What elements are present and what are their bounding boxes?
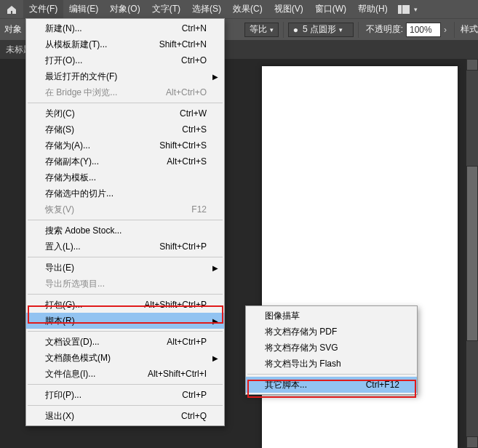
vertical-scrollbar[interactable] <box>466 59 478 448</box>
file-menu-item[interactable]: 打印(P)...Ctrl+P <box>26 387 224 403</box>
menu-item-label: 打印(P)... <box>45 389 81 401</box>
menu-item-label: 搜索 Adobe Stock... <box>45 225 122 237</box>
menu-shortcut: Ctrl+W <box>180 108 207 119</box>
file-menu-item: 在 Bridge 中浏览...Alt+Ctrl+O <box>26 84 224 100</box>
file-menu-item[interactable]: 搜索 Adobe Stock... <box>26 223 224 239</box>
menu-item-label: 关闭(C) <box>45 108 75 120</box>
menu-view[interactable]: 视图(V) <box>268 0 309 18</box>
menu-item-label: 存储副本(Y)... <box>45 156 99 168</box>
scroll-down-button[interactable] <box>466 436 478 448</box>
file-menu-item[interactable]: 关闭(C)Ctrl+W <box>26 105 224 121</box>
file-menu-item[interactable]: 文档设置(D)...Alt+Ctrl+P <box>26 334 224 350</box>
file-menu-item: 恢复(V)F12 <box>26 201 224 217</box>
menu-item-label: 从模板新建(T)... <box>45 39 107 51</box>
scroll-thumb[interactable] <box>466 166 478 341</box>
menu-shortcut: Alt+Ctrl+O <box>166 87 207 97</box>
menu-item-label: 存储为模板... <box>45 172 96 184</box>
menu-item-label: 其它脚本... <box>265 379 307 391</box>
file-menu-item[interactable]: 存储副本(Y)...Alt+Ctrl+S <box>26 153 224 169</box>
script-menu-item[interactable]: 图像描草 <box>246 308 417 324</box>
file-menu-item[interactable]: 新建(N)...Ctrl+N <box>26 20 224 36</box>
submenu-arrow-icon: ▶ <box>212 264 218 272</box>
menu-item-label: 脚本(R) <box>45 315 75 327</box>
menu-file[interactable]: 文件(F) <box>23 0 63 18</box>
menu-shortcut: Alt+Shift+Ctrl+P <box>144 300 207 310</box>
file-menu-item[interactable]: 文档颜色模式(M)▶ <box>26 350 224 366</box>
separator <box>283 22 284 38</box>
menu-shortcut: Ctrl+Q <box>181 411 207 421</box>
menu-item-label: 存储为(A)... <box>45 140 90 152</box>
object-label: 对象 <box>4 23 22 36</box>
style-label: 样式 <box>461 23 478 36</box>
script-menu-item[interactable]: 将文档存储为 SVG <box>246 340 417 356</box>
svg-rect-1 <box>402 5 410 14</box>
align-dropdown[interactable]: 等比 ▾ <box>244 23 279 37</box>
menu-item-label: 导出(E) <box>45 262 74 274</box>
file-menu-item[interactable]: 导出(E)▶ <box>26 260 224 276</box>
menu-item-label: 最近打开的文件(F) <box>45 71 117 83</box>
menu-item-label: 打开(O)... <box>45 55 82 67</box>
align-value: 等比 <box>250 23 267 36</box>
menu-separator <box>28 257 223 257</box>
scroll-up-button[interactable] <box>466 59 478 71</box>
script-menu-item[interactable]: 将文档导出为 Flash <box>246 356 417 372</box>
submenu-arrow-icon: ▶ <box>212 317 218 325</box>
file-menu-item[interactable]: 脚本(R)▶ <box>26 313 224 329</box>
menu-text[interactable]: 文字(T) <box>146 0 186 18</box>
menu-shortcut: Ctrl+F12 <box>366 380 399 390</box>
menu-item-label: 图像描草 <box>265 310 300 322</box>
file-menu-item[interactable]: 打开(O)...Ctrl+O <box>26 52 224 68</box>
menu-item-label: 在 Bridge 中浏览... <box>45 87 117 99</box>
script-menu-item[interactable]: 其它脚本...Ctrl+F12 <box>246 377 417 393</box>
script-menu-item[interactable]: 将文档存储为 PDF <box>246 324 417 340</box>
home-icon[interactable] <box>6 4 17 15</box>
menu-object[interactable]: 对象(O) <box>104 0 146 18</box>
menu-select[interactable]: 选择(S) <box>186 0 227 18</box>
chevron-down-icon: ▾ <box>339 26 343 33</box>
menu-item-label: 将文档存储为 PDF <box>265 326 337 338</box>
file-menu-item[interactable]: 最近打开的文件(F)▶ <box>26 68 224 84</box>
menu-window[interactable]: 窗口(W) <box>309 0 352 18</box>
scroll-track[interactable] <box>466 71 478 436</box>
menu-shortcut: Shift+Ctrl+N <box>159 39 207 49</box>
menu-item-label: 恢复(V) <box>45 204 74 216</box>
stroke-profile-dropdown[interactable]: ● 5 点圆形 ▾ <box>288 23 354 37</box>
menu-shortcut: Ctrl+N <box>182 23 207 33</box>
menu-separator <box>28 103 223 103</box>
menu-separator <box>247 374 415 375</box>
file-menu-item[interactable]: 存储为(A)...Shift+Ctrl+S <box>26 137 224 153</box>
file-menu-item[interactable]: 文件信息(I)...Alt+Shift+Ctrl+I <box>26 366 224 382</box>
stroke-dot: ● <box>293 25 298 35</box>
menu-separator <box>28 384 223 385</box>
menu-item-label: 文件信息(I)... <box>45 368 95 380</box>
file-menu-item[interactable]: 打包(G)...Alt+Shift+Ctrl+P <box>26 297 224 313</box>
menu-shortcut: Alt+Ctrl+S <box>167 156 207 167</box>
menu-item-label: 将文档导出为 Flash <box>265 358 341 370</box>
chevron-down-icon[interactable]: ▾ <box>414 6 418 13</box>
menu-shortcut: Alt+Shift+Ctrl+I <box>148 369 207 379</box>
menu-effect[interactable]: 效果(C) <box>227 0 268 18</box>
opacity-input[interactable]: 100% <box>406 23 441 37</box>
file-menu-item[interactable]: 存储选中的切片... <box>26 185 224 201</box>
file-menu-item[interactable]: 存储为模板... <box>26 169 224 185</box>
menu-shortcut: Ctrl+O <box>181 55 207 65</box>
menu-item-label: 新建(N)... <box>45 23 82 35</box>
menu-item-label: 文档颜色模式(M) <box>45 352 111 364</box>
menu-separator <box>28 220 223 220</box>
file-menu-item[interactable]: 置入(L)...Shift+Ctrl+P <box>26 239 224 255</box>
menu-help[interactable]: 帮助(H) <box>352 0 394 18</box>
menu-item-label: 打包(G)... <box>45 299 82 311</box>
menu-separator <box>28 331 223 332</box>
file-menu-item[interactable]: 从模板新建(T)...Shift+Ctrl+N <box>26 36 224 52</box>
svg-rect-0 <box>398 5 402 14</box>
file-menu-item[interactable]: 存储(S)Ctrl+S <box>26 121 224 137</box>
submenu-arrow-icon: ▶ <box>212 354 218 362</box>
chevron-down-icon: ▾ <box>270 26 274 33</box>
chevron-right-icon[interactable]: › <box>444 25 447 35</box>
menu-item-label: 存储选中的切片... <box>45 188 113 200</box>
file-menu-item[interactable]: 退出(X)Ctrl+Q <box>26 408 224 424</box>
menu-item-label: 置入(L)... <box>45 241 81 253</box>
menu-edit[interactable]: 编辑(E) <box>63 0 104 18</box>
layout-icon[interactable] <box>394 5 414 14</box>
menu-item-label: 文档设置(D)... <box>45 336 100 348</box>
